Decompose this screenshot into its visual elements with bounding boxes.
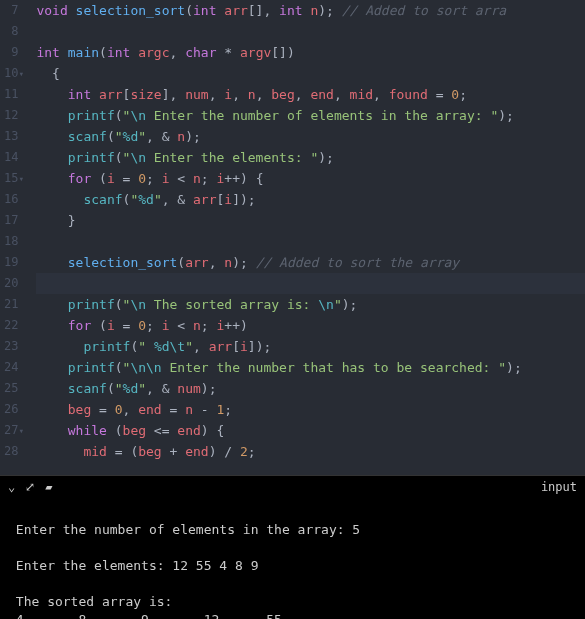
code-line[interactable]: { xyxy=(36,63,585,84)
code-line[interactable] xyxy=(36,273,585,294)
line-number: 16 xyxy=(4,189,18,210)
line-number: 14 xyxy=(4,147,18,168)
line-number: 21 xyxy=(4,294,18,315)
line-number: 22 xyxy=(4,315,18,336)
terminal-output[interactable]: Enter the number of elements in the arra… xyxy=(0,497,585,619)
code-line[interactable]: while (beg <= end) { xyxy=(36,420,585,441)
line-number: 10 xyxy=(4,63,18,84)
line-number: 12 xyxy=(4,105,18,126)
code-line[interactable]: int arr[size], num, i, n, beg, end, mid,… xyxy=(36,84,585,105)
code-line[interactable]: void selection_sort(int arr[], int n); /… xyxy=(36,0,585,21)
code-line[interactable]: printf("\n Enter the elements: "); xyxy=(36,147,585,168)
code-line[interactable]: printf("\n\n Enter the number that has t… xyxy=(36,357,585,378)
line-number: 23 xyxy=(4,336,18,357)
line-number: 20 xyxy=(4,273,18,294)
code-line[interactable]: scanf("%d", & n); xyxy=(36,126,585,147)
line-number-gutter: 7891011121314151617181920212223242526272… xyxy=(0,0,26,475)
code-line[interactable]: scanf("%d", & arr[i]); xyxy=(36,189,585,210)
line-number: 25 xyxy=(4,378,18,399)
code-line[interactable] xyxy=(36,21,585,42)
line-number: 27 xyxy=(4,420,18,441)
code-area[interactable]: void selection_sort(int arr[], int n); /… xyxy=(26,0,585,475)
line-number: 17 xyxy=(4,210,18,231)
code-line[interactable]: int main(int argc, char * argv[]) xyxy=(36,42,585,63)
line-number: 15 xyxy=(4,168,18,189)
code-line[interactable] xyxy=(36,231,585,252)
code-line[interactable]: printf("\n The sorted array is: \n"); xyxy=(36,294,585,315)
line-number: 9 xyxy=(4,42,18,63)
expand-icon[interactable]: ⤢ xyxy=(25,480,35,494)
line-number: 18 xyxy=(4,231,18,252)
code-line[interactable]: scanf("%d", & num); xyxy=(36,378,585,399)
code-editor[interactable]: 7891011121314151617181920212223242526272… xyxy=(0,0,585,475)
terminal-toolbar: ⌄ ⤢ ▰ input xyxy=(0,475,585,497)
line-number: 28 xyxy=(4,441,18,462)
line-number: 11 xyxy=(4,84,18,105)
run-icon[interactable]: ▰ xyxy=(45,480,52,494)
line-number: 19 xyxy=(4,252,18,273)
code-line[interactable]: selection_sort(arr, n); // Added to sort… xyxy=(36,252,585,273)
line-number: 8 xyxy=(4,21,18,42)
code-line[interactable]: printf("\n Enter the number of elements … xyxy=(36,105,585,126)
line-number: 13 xyxy=(4,126,18,147)
input-label: input xyxy=(541,480,577,494)
code-line[interactable]: for (i = 0; i < n; i++) { xyxy=(36,168,585,189)
line-number: 26 xyxy=(4,399,18,420)
code-line[interactable]: mid = (beg + end) / 2; xyxy=(36,441,585,462)
line-number: 24 xyxy=(4,357,18,378)
line-number: 7 xyxy=(4,0,18,21)
code-line[interactable]: printf(" %d\t", arr[i]); xyxy=(36,336,585,357)
code-line[interactable]: beg = 0, end = n - 1; xyxy=(36,399,585,420)
code-line[interactable]: } xyxy=(36,210,585,231)
code-line[interactable]: for (i = 0; i < n; i++) xyxy=(36,315,585,336)
chevron-down-icon[interactable]: ⌄ xyxy=(8,480,15,494)
